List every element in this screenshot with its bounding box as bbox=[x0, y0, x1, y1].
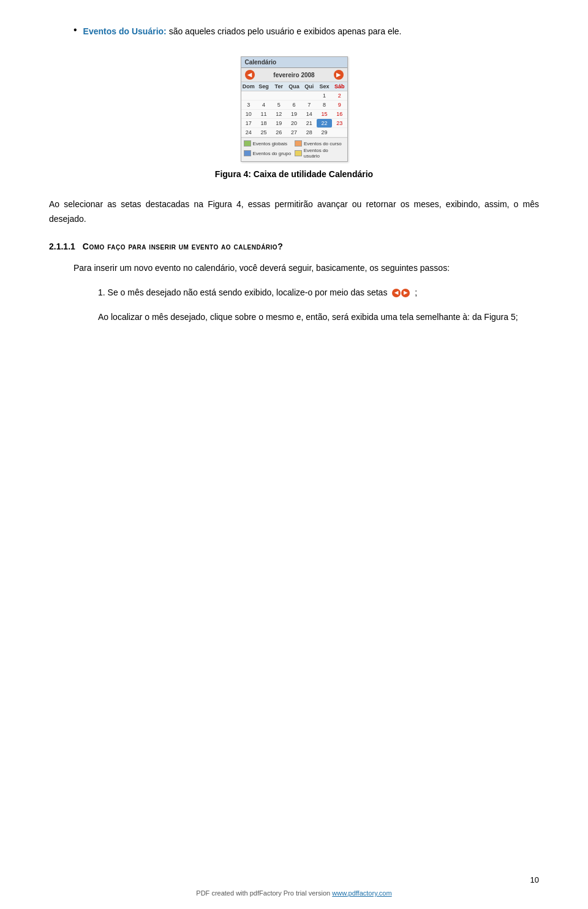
intro-paragraph: Para inserir um novo evento no calendári… bbox=[49, 261, 539, 276]
cal-day[interactable] bbox=[241, 91, 257, 100]
cal-day[interactable]: 7 bbox=[301, 101, 317, 109]
cal-day[interactable]: 5 bbox=[271, 101, 287, 109]
cal-title: Calendário bbox=[241, 57, 347, 68]
cal-week-4: 17 18 19 20 21 22 23 bbox=[241, 119, 347, 128]
page-footer: 10 PDF created with pdfFactory Pro trial… bbox=[0, 875, 588, 897]
pdf-link[interactable]: www.pdffactory.com bbox=[332, 889, 391, 897]
cal-day[interactable] bbox=[256, 91, 271, 100]
legend-item-global: Eventos globais bbox=[244, 140, 294, 146]
cal-week-3: 10 11 12 19 14 15 16 bbox=[241, 110, 347, 119]
legend-color-global bbox=[244, 140, 251, 146]
cal-day[interactable] bbox=[301, 91, 317, 100]
cal-day[interactable]: 3 bbox=[241, 101, 257, 109]
legend-color-curso bbox=[295, 140, 302, 146]
cal-header-row: Dom Seg Ter Qua Qui Sex Sáb bbox=[241, 82, 347, 91]
cal-day[interactable]: 16 bbox=[332, 110, 347, 118]
cal-week-5: 24 25 26 27 28 29 bbox=[241, 128, 347, 137]
cal-day[interactable]: 19 bbox=[271, 119, 287, 127]
cal-day[interactable]: 1 bbox=[317, 91, 332, 100]
figure-4: Calendário ◀ fevereiro 2008 ▶ Dom Seg Te… bbox=[49, 56, 539, 179]
cal-grid: Dom Seg Ter Qua Qui Sex Sáb 1 2 bbox=[241, 82, 347, 137]
legend-label-grupo: Eventos do grupo bbox=[253, 151, 292, 156]
arrow-right-icon: ▶ bbox=[401, 289, 410, 297]
section-heading: 2.1.1.1 Como faço para inserir um evento… bbox=[49, 242, 539, 251]
legend-item-grupo: Eventos do grupo bbox=[244, 148, 294, 159]
cal-day[interactable]: 17 bbox=[241, 119, 257, 127]
cal-day[interactable]: 29 bbox=[317, 128, 332, 137]
cal-day[interactable]: 18 bbox=[256, 119, 271, 127]
cal-day[interactable]: 24 bbox=[241, 128, 257, 137]
pdf-notice: PDF created with pdfFactory Pro trial ve… bbox=[196, 889, 391, 897]
calendar-widget: Calendário ◀ fevereiro 2008 ▶ Dom Seg Te… bbox=[241, 56, 348, 162]
legend-label-curso: Eventos do curso bbox=[304, 141, 342, 146]
step-1-label: 1. Se o mês desejado não está sendo exib… bbox=[98, 287, 387, 297]
cal-next-btn[interactable]: ▶ bbox=[334, 70, 344, 80]
cal-header-qui: Qui bbox=[301, 82, 317, 91]
cal-day[interactable]: 19 bbox=[287, 110, 302, 118]
section-title: Como faço para inserir um evento ao cale… bbox=[83, 242, 283, 251]
cal-day[interactable]: 15 bbox=[317, 110, 332, 118]
section-number: 2.1.1.1 bbox=[49, 242, 75, 251]
legend-color-grupo bbox=[244, 150, 251, 156]
step-2: Ao localizar o mês desejado, clique sobr… bbox=[98, 310, 539, 325]
cal-legend: Eventos globais Eventos do curso Eventos… bbox=[241, 137, 347, 161]
cal-day[interactable] bbox=[287, 91, 302, 100]
cal-day[interactable]: 10 bbox=[241, 110, 257, 118]
bullet-item: • Eventos do Usuário: são aqueles criado… bbox=[49, 25, 539, 38]
cal-header-dom: Dom bbox=[241, 82, 257, 91]
nav-arrows-inline: ◀ ▶ bbox=[392, 289, 410, 297]
cal-day[interactable]: 27 bbox=[287, 128, 302, 137]
cal-week-2: 3 4 5 6 7 8 9 bbox=[241, 101, 347, 110]
cal-day[interactable]: 12 bbox=[271, 110, 287, 118]
cal-day[interactable] bbox=[271, 91, 287, 100]
cal-day[interactable]: 8 bbox=[317, 101, 332, 109]
steps-list: 1. Se o mês desejado não está sendo exib… bbox=[49, 286, 539, 325]
step-1-semicolon: ; bbox=[415, 287, 417, 297]
cal-day[interactable]: 23 bbox=[332, 119, 347, 127]
cal-day[interactable]: 21 bbox=[301, 119, 317, 127]
cal-day[interactable]: 20 bbox=[287, 119, 302, 127]
cal-day[interactable]: 6 bbox=[287, 101, 302, 109]
cal-day[interactable]: 26 bbox=[271, 128, 287, 137]
step-1: 1. Se o mês desejado não está sendo exib… bbox=[98, 286, 539, 300]
cal-day[interactable]: 11 bbox=[256, 110, 271, 118]
arrow-left-icon: ◀ bbox=[392, 289, 401, 297]
bullet-text: Eventos do Usuário: são aqueles criados … bbox=[83, 25, 402, 38]
figure-caption-rest: : Caixa de utilidade Calendário bbox=[248, 169, 373, 179]
cal-day[interactable]: 28 bbox=[301, 128, 317, 137]
figure-caption: Figura 4: Caixa de utilidade Calendário bbox=[215, 169, 373, 179]
figure-caption-bold: Figura 4 bbox=[215, 169, 248, 179]
cal-day[interactable]: 14 bbox=[301, 110, 317, 118]
cal-header-ter: Ter bbox=[271, 82, 287, 91]
cal-day-highlighted[interactable]: 22 bbox=[317, 119, 332, 127]
legend-item-usuario: Eventos do usuário bbox=[295, 148, 345, 159]
cal-header-seg: Seg bbox=[256, 82, 271, 91]
cal-day[interactable]: 2 bbox=[332, 91, 347, 100]
cal-day[interactable]: 9 bbox=[332, 101, 347, 109]
cal-header-sab: Sáb bbox=[332, 82, 347, 91]
cal-nav-row: ◀ fevereiro 2008 ▶ bbox=[241, 68, 347, 82]
pdf-notice-text: PDF created with pdfFactory Pro trial ve… bbox=[196, 889, 330, 897]
body-paragraph: Ao selecionar as setas destacadas na Fig… bbox=[49, 197, 539, 227]
legend-label-global: Eventos globais bbox=[253, 141, 287, 146]
cal-header-sex: Sex bbox=[317, 82, 332, 91]
cal-day[interactable] bbox=[332, 128, 347, 137]
cal-week-1: 1 2 bbox=[241, 91, 347, 101]
cal-prev-btn[interactable]: ◀ bbox=[245, 70, 255, 80]
legend-item-curso: Eventos do curso bbox=[295, 140, 345, 146]
cal-header-qua: Qua bbox=[287, 82, 302, 91]
step-2-text: Ao localizar o mês desejado, clique sobr… bbox=[98, 312, 518, 322]
legend-label-usuario: Eventos do usuário bbox=[304, 148, 345, 159]
bullet-dot: • bbox=[74, 25, 77, 36]
cal-day[interactable]: 4 bbox=[256, 101, 271, 109]
legend-color-usuario bbox=[295, 150, 302, 156]
cal-day[interactable]: 25 bbox=[256, 128, 271, 137]
bullet-description-text: são aqueles criados pelo usuário e exibi… bbox=[169, 26, 402, 36]
cal-month-label: fevereiro 2008 bbox=[273, 72, 314, 78]
page-number: 10 bbox=[0, 875, 588, 884]
term-highlight: Eventos do Usuário: bbox=[83, 26, 167, 36]
